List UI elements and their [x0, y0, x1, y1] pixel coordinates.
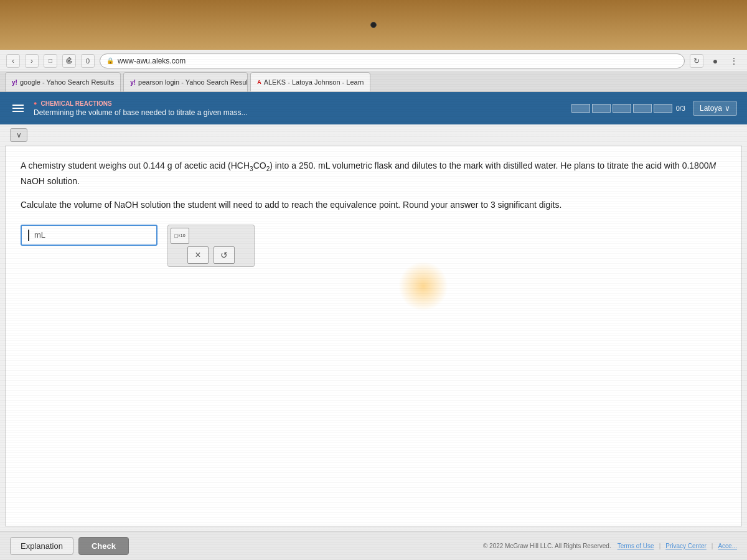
counter-badge: 0: [81, 54, 95, 68]
problem-title: Determining the volume of base needed to…: [34, 108, 564, 117]
exponent-button[interactable]: □×10: [171, 228, 189, 244]
action-buttons: Explanation Check: [10, 537, 129, 555]
problem-instruction: Calculate the volume of NaOH solution th…: [21, 198, 726, 212]
footer-separator-1: |: [659, 543, 661, 549]
progress-seg-5: [654, 104, 672, 113]
yahoo-favicon-1: y!: [12, 79, 17, 86]
tabs-bar: y! google - Yahoo Search Results y! pear…: [0, 72, 747, 92]
check-button[interactable]: Check: [78, 537, 129, 555]
section-label: CHEMICAL REACTIONS: [40, 100, 111, 107]
answer-input-wrapper[interactable]: mL: [21, 225, 157, 246]
top-bezel: [0, 0, 747, 50]
yahoo-favicon-2: y!: [130, 79, 136, 86]
menu-button[interactable]: ⋮: [727, 54, 741, 68]
math-actions-row: × ↺: [171, 246, 251, 264]
section-indicator: ●: [34, 100, 37, 106]
progress-seg-3: [613, 104, 631, 113]
aleks-favicon: A: [257, 79, 261, 85]
clear-button[interactable]: ×: [187, 246, 209, 264]
problem-area: A chemistry student weighs out 0.144 g o…: [5, 146, 742, 526]
reload-button[interactable]: ↻: [690, 54, 703, 68]
privacy-link[interactable]: Privacy Center: [665, 543, 707, 549]
copyright-text: © 2022 McGraw Hill LLC. All Rights Reser…: [483, 543, 611, 549]
google-tab[interactable]: y! google - Yahoo Search Results: [5, 72, 121, 91]
tab-overview-button[interactable]: □: [44, 54, 57, 68]
user-chevron-icon: ∨: [725, 104, 730, 113]
unit-label: mL: [34, 230, 45, 240]
user-menu-button[interactable]: Latoya ∨: [693, 101, 737, 116]
hamburger-menu[interactable]: [10, 102, 26, 114]
aleks-tab-label: ALEKS - Latoya Johnson - Learn: [264, 78, 364, 86]
footer-links: Terms of Use | Privacy Center | Acce...: [618, 543, 737, 549]
extension-button[interactable]: ●: [708, 54, 722, 68]
math-toolbar-top-row: □×10: [171, 228, 251, 244]
cursor-indicator: [28, 230, 29, 241]
lock-icon: 🔒: [106, 57, 114, 64]
footer-separator-2: |: [712, 543, 713, 549]
bottom-bar: Explanation Check © 2022 McGraw Hill LLC…: [0, 531, 747, 560]
terms-link[interactable]: Terms of Use: [618, 543, 654, 549]
url-text: www-awu.aleks.com: [118, 57, 186, 65]
footer-info: © 2022 McGraw Hill LLC. All Rights Reser…: [483, 543, 737, 549]
forward-button[interactable]: ›: [25, 54, 39, 68]
browser-toolbar: ‹ › □ 0 🔒 www-awu.aleks.com ↻ ● ⋮: [0, 50, 747, 72]
progress-seg-2: [592, 104, 611, 113]
progress-seg-1: [571, 104, 590, 113]
progress-container: 0/3: [571, 104, 685, 113]
address-bar[interactable]: 🔒 www-awu.aleks.com: [100, 54, 685, 68]
back-button[interactable]: ‹: [6, 54, 20, 68]
undo-button[interactable]: ↺: [214, 246, 235, 264]
aleks-tab[interactable]: A ALEKS - Latoya Johnson - Learn: [250, 72, 370, 91]
problem-statement: A chemistry student weighs out 0.144 g o…: [21, 159, 726, 188]
collapse-button[interactable]: ∨: [10, 128, 27, 142]
progress-seg-4: [633, 104, 652, 113]
acce-link[interactable]: Acce...: [718, 543, 737, 549]
pearson-tab-label: pearson login - Yahoo Search Results Yah…: [138, 78, 248, 86]
collapse-row: ∨: [0, 124, 747, 146]
progress-text: 0/3: [676, 105, 685, 112]
pearson-tab[interactable]: y! pearson login - Yahoo Search Results …: [123, 72, 248, 91]
aleks-header: ● CHEMICAL REACTIONS Determining the vol…: [0, 92, 747, 124]
google-tab-label: google - Yahoo Search Results: [20, 78, 114, 86]
refresh-button[interactable]: [62, 54, 76, 68]
math-toolbar: □×10 × ↺: [167, 225, 255, 267]
answer-section: mL □×10 × ↺: [21, 225, 726, 267]
camera: [370, 22, 377, 28]
screen-area: ‹ › □ 0 🔒 www-awu.aleks.com ↻ ● ⋮ y! goo…: [0, 50, 747, 560]
content-area: ● CHEMICAL REACTIONS Determining the vol…: [0, 92, 747, 560]
user-name: Latoya: [700, 104, 722, 113]
progress-segments: [571, 104, 672, 113]
explanation-button[interactable]: Explanation: [10, 537, 73, 555]
